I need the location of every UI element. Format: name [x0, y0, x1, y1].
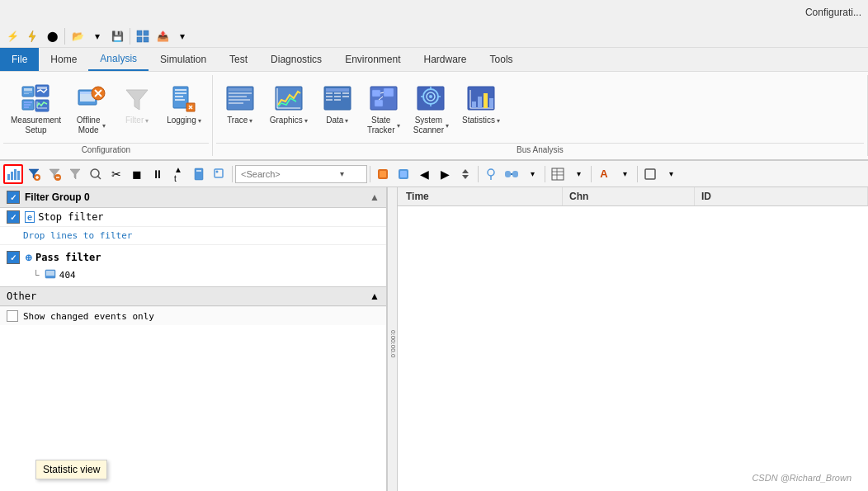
filter-group-checkbox[interactable]: ✓ [7, 191, 20, 204]
rb-btn2[interactable] [394, 164, 413, 184]
show-changed-checkbox[interactable] [7, 310, 18, 322]
svg-rect-14 [24, 106, 29, 108]
sub-item-icon-404 [45, 269, 56, 281]
svg-rect-6 [24, 88, 32, 91]
stop-filter-label: Stop filter [38, 211, 103, 223]
toolbar-grid[interactable] [134, 27, 152, 45]
rb-link-arrow[interactable]: ▾ [522, 164, 542, 184]
menu-diagnostics[interactable]: Diagnostics [259, 48, 333, 71]
state-tracker-icon [367, 83, 400, 116]
filter-group-0-chevron[interactable]: ▲ [370, 191, 380, 203]
ribbon-trace[interactable]: Trace ▾ [218, 78, 262, 130]
rb-table[interactable] [548, 164, 568, 184]
toolbar-up-arrow[interactable]: ▲t [168, 164, 188, 184]
svg-rect-12 [24, 102, 32, 103]
measurement-setup-label: MeasurementSetup [11, 116, 61, 135]
toolbar-export[interactable]: 📤 [153, 27, 172, 45]
right-content: CSDN @Richard_Brown [398, 206, 868, 491]
time-column-header: Time [398, 187, 563, 205]
rb-forward[interactable]: ▶ [435, 164, 455, 184]
rb-text[interactable]: A [594, 164, 614, 184]
other-section-header[interactable]: Other ▲ [0, 286, 386, 306]
toolbar-open[interactable]: 📂 [68, 27, 87, 45]
ribbon-measurement-setup[interactable]: MeasurementSetup [5, 78, 67, 139]
chn-column-header: Chn [563, 187, 695, 205]
ribbon-state-tracker[interactable]: StateTracker ▾ [361, 78, 406, 139]
filter-arrow: ▾ [145, 117, 149, 125]
rb-back[interactable]: ◀ [414, 164, 434, 184]
svg-rect-7 [24, 92, 32, 92]
bar-chart-btn[interactable] [3, 164, 23, 184]
measurement-setup-icon [20, 83, 53, 116]
state-tracker-label-row: StateTracker ▾ [367, 116, 400, 135]
statistic-view-tooltip: Statistic view [35, 460, 107, 479]
svg-rect-24 [175, 92, 186, 94]
rb-pin[interactable] [481, 164, 501, 184]
toolbar-bookmark[interactable] [189, 164, 209, 184]
toolbar-pause[interactable]: ⏸ [148, 164, 167, 184]
pass-filter-checkbox[interactable]: ✓ [7, 251, 20, 264]
other-chevron[interactable]: ▲ [370, 290, 380, 302]
rb-btn1[interactable] [373, 164, 393, 184]
menu-tools[interactable]: Tools [479, 48, 525, 71]
menu-analysis[interactable]: Analysis [88, 48, 149, 71]
svg-rect-72 [14, 169, 17, 180]
stop-filter-checkbox[interactable]: ✓ [7, 210, 20, 224]
svg-rect-43 [342, 92, 349, 94]
toolbar-btn4[interactable] [65, 164, 85, 184]
menu-hardware[interactable]: Hardware [413, 48, 479, 71]
svg-rect-45 [334, 96, 341, 97]
filter-active-btn[interactable] [24, 164, 44, 184]
search-input[interactable] [241, 169, 340, 179]
menu-test[interactable]: Test [218, 48, 259, 71]
rb-updown[interactable] [455, 164, 475, 184]
rb-table-arrow[interactable]: ▾ [568, 164, 588, 184]
svg-marker-0 [29, 31, 35, 42]
ribbon-data[interactable]: Data ▾ [315, 78, 360, 130]
svg-rect-52 [375, 100, 383, 106]
trace-label-row: Trace ▾ [227, 116, 252, 125]
ribbon-offline-mode[interactable]: OfflineMode ▾ [68, 78, 113, 139]
menu-home[interactable]: Home [39, 48, 88, 71]
toolbar-more[interactable]: ▾ [173, 27, 191, 45]
svg-rect-71 [11, 172, 13, 180]
svg-rect-47 [326, 99, 333, 101]
rb-square-arrow[interactable]: ▾ [661, 164, 681, 184]
ribbon-graphics[interactable]: Graphics ▾ [264, 78, 314, 130]
filter-group-0-header[interactable]: ✓ Filter Group 0 ▲ [0, 187, 386, 208]
ribbon-statistics[interactable]: Statistics ▾ [456, 78, 506, 130]
show-changed-label: Show changed events only [23, 311, 154, 322]
menu-file[interactable]: File [0, 48, 39, 71]
stop-filter-icon: e [25, 211, 35, 223]
toolbar-scissors[interactable]: ✂ [106, 164, 126, 184]
rb-text-arrow[interactable]: ▾ [615, 164, 634, 184]
toolbar-bolt[interactable] [23, 27, 41, 45]
svg-rect-31 [229, 88, 252, 91]
toolbar-open-arrow[interactable]: ▾ [88, 27, 106, 45]
app-icon[interactable]: ⚡ [3, 27, 21, 45]
menu-environment[interactable]: Environment [333, 48, 412, 71]
svg-rect-82 [196, 170, 201, 172]
state-tracker-label: StateTracker [367, 116, 395, 135]
svg-rect-33 [229, 96, 247, 97]
ribbon-logging[interactable]: Logging ▾ [161, 78, 207, 130]
svg-rect-67 [478, 97, 482, 108]
rb-square[interactable] [640, 164, 660, 184]
svg-rect-41 [326, 92, 333, 94]
toolbar-tag[interactable] [210, 164, 229, 184]
rb-link[interactable] [502, 164, 521, 184]
search-dropdown-arrow[interactable]: ▾ [340, 169, 344, 178]
toolbar-save[interactable]: 💾 [108, 27, 126, 45]
id-column-header: ID [695, 187, 868, 205]
search-box[interactable]: ▾ [235, 165, 367, 183]
ribbon-filter[interactable]: Filter ▾ [115, 78, 159, 130]
data-label-row: Data ▾ [326, 116, 348, 125]
toolbar-search-btn[interactable] [86, 164, 106, 184]
toolbar-copy[interactable]: ◼ [127, 164, 147, 184]
svg-rect-3 [137, 37, 142, 42]
menu-simulation[interactable]: Simulation [149, 48, 218, 71]
ribbon-system-scanner[interactable]: SystemScanner ▾ [408, 78, 455, 139]
statistics-arrow: ▾ [497, 117, 500, 125]
toolbar-btn3[interactable] [45, 164, 64, 184]
toolbar-circle[interactable]: ⬤ [43, 27, 61, 45]
